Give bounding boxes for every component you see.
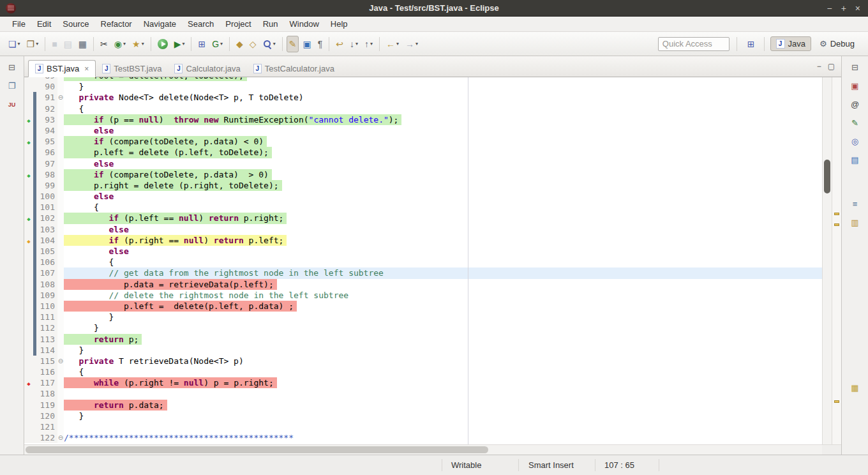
code-line-111[interactable]: 111 } [24, 312, 822, 322]
code-line-90[interactable]: 90 } [24, 81, 822, 92]
code-line-98[interactable]: ◆98 if (compare(toDelete, p.data) > 0) [24, 169, 822, 180]
close-button[interactable]: × [855, 1, 860, 16]
code-line-101[interactable]: 101 { [24, 202, 822, 213]
code-line-93[interactable]: ◆93 if (p == null) throw new RuntimeExce… [24, 114, 822, 125]
minimize-button[interactable]: − [827, 1, 832, 16]
java-perspective-button[interactable]: JJava [770, 36, 811, 51]
code-text[interactable]: else [64, 246, 822, 257]
console-view-icon[interactable]: ▤ [851, 155, 858, 165]
external-tools-button[interactable]: ◉▾ [112, 36, 128, 52]
coverage-marker-full-icon[interactable]: ◆ [27, 216, 30, 222]
run-button[interactable] [155, 36, 170, 52]
menu-help[interactable]: Help [325, 18, 354, 30]
menu-refactor[interactable]: Refactor [95, 18, 138, 30]
open-perspective-button[interactable]: ⊞ [745, 36, 758, 52]
code-text[interactable]: // get data from the rightmost node in t… [64, 268, 822, 278]
previous-annotation-button[interactable]: ↑▾ [362, 36, 375, 52]
code-text[interactable]: { [64, 103, 822, 114]
coverage-marker-partial-icon[interactable]: ◆ [27, 238, 30, 245]
code-line-104[interactable]: ◆104 if (p.right == null) return p.left; [24, 235, 822, 246]
code-text[interactable]: private Node<T> delete(Node<T> p, T toDe… [64, 92, 822, 103]
forward-button[interactable]: →▾ [403, 36, 421, 52]
debug-button[interactable]: ⊞ [195, 36, 208, 52]
coverage-marker-none-icon[interactable]: ◆ [27, 381, 30, 387]
tab-close-icon[interactable]: × [84, 64, 89, 73]
code-text[interactable]: if (compare(toDelete, p.data) > 0) [64, 169, 822, 180]
code-line-99[interactable]: 99 p.right = delete (p.right, toDelete); [24, 180, 822, 191]
code-line-102[interactable]: ◆102 if (p.left == null) return p.right; [24, 213, 822, 223]
code-line-108[interactable]: 108 p.data = retrieveData(p.left); [24, 279, 822, 290]
menu-navigate[interactable]: Navigate [138, 18, 182, 30]
code-text[interactable]: if (p == null) throw new RuntimeExceptio… [64, 114, 822, 125]
cut-button[interactable]: ✂ [98, 36, 110, 52]
tab-testcalculator-java[interactable]: JTestCalculator.java [247, 60, 341, 77]
horizontal-scrollbar-thumb[interactable] [26, 446, 488, 453]
quick-access-input[interactable] [658, 37, 730, 51]
next-annotation-button[interactable]: ↓▾ [347, 36, 361, 52]
fold-collapse-icon[interactable]: ⊖ [58, 358, 63, 365]
new-button[interactable]: ❏▾ [6, 36, 23, 52]
overview-mark[interactable] [834, 223, 839, 226]
code-text[interactable]: p.left = delete(p.left, p.data) ; [64, 301, 822, 312]
code-text[interactable]: return p.data; [64, 400, 822, 411]
maximize-editor-icon[interactable]: ▢ [828, 62, 835, 71]
code-text[interactable]: else [64, 125, 822, 136]
javadoc-view-icon[interactable]: @ [851, 100, 859, 110]
maximize-button[interactable]: + [841, 1, 846, 16]
code-text[interactable]: p.data = retrieveData(p.left); [64, 279, 822, 290]
code-text[interactable]: } [64, 322, 822, 333]
coverage-marker-full-icon[interactable]: ◆ [27, 117, 30, 124]
code-text[interactable]: } [64, 312, 822, 322]
menu-file[interactable]: File [6, 18, 31, 30]
code-viewport[interactable]: 89 root = delete(root, toDelete);90 }91⊖… [24, 77, 822, 444]
code-line-105[interactable]: 105 else [24, 246, 822, 257]
back-button[interactable]: ←▾ [384, 36, 401, 52]
package-explorer-view-icon[interactable]: ❐ [8, 81, 16, 91]
app-icon[interactable] [6, 3, 16, 13]
code-line-121[interactable]: 121 [24, 421, 822, 432]
restore-left-pane-icon[interactable]: ⊟ [8, 63, 15, 73]
code-text[interactable]: p.right = delete (p.right, toDelete); [64, 180, 822, 191]
open-resource-button[interactable]: ◇ [247, 36, 259, 52]
outline-view-icon[interactable]: ≡ [853, 199, 858, 209]
minimize-editor-icon[interactable]: − [817, 62, 821, 71]
code-text[interactable]: p.left = delete (p.left, toDelete); [64, 147, 822, 158]
code-line-91[interactable]: 91⊖ private Node<T> delete(Node<T> p, T … [24, 92, 822, 103]
code-text[interactable]: else [64, 191, 822, 202]
code-text[interactable]: else [64, 158, 822, 169]
code-text[interactable]: } [64, 81, 822, 92]
code-text[interactable] [64, 421, 822, 432]
coverage-marker-full-icon[interactable]: ◆ [27, 172, 30, 179]
code-line-114[interactable]: 114 } [24, 345, 822, 356]
code-text[interactable]: while (p.right != null) p = p.right; [64, 377, 822, 388]
fold-collapse-icon[interactable]: ⊖ [58, 434, 63, 441]
code-text[interactable]: } [64, 411, 822, 421]
junit-view-icon[interactable]: JU [8, 100, 16, 110]
run-history-button[interactable]: ▶▾ [172, 36, 188, 52]
search-button[interactable]: ▾ [260, 36, 278, 52]
code-line-115[interactable]: 115⊖ private T retrieveData(Node<T> p) [24, 356, 822, 366]
code-line-110[interactable]: 110 p.left = delete(p.left, p.data) ; [24, 301, 822, 312]
debug-perspective-button[interactable]: ⚙Debug [814, 36, 860, 51]
last-edit-location-button[interactable]: ↩ [333, 36, 346, 52]
code-line-119[interactable]: 119 return p.data; [24, 400, 822, 411]
code-line-92[interactable]: 92 { [24, 103, 822, 114]
coverage-view-icon[interactable]: ▦ [851, 383, 858, 393]
horizontal-scrollbar[interactable] [24, 445, 822, 455]
code-text[interactable]: { [64, 257, 822, 268]
code-text[interactable]: if (p.left == null) return p.right; [64, 213, 822, 223]
templates-view-icon[interactable]: ▥ [851, 218, 858, 228]
vertical-scrollbar[interactable] [822, 77, 832, 444]
problems-view-icon[interactable]: ▣ [851, 81, 858, 91]
code-line-94[interactable]: 94 else [24, 125, 822, 136]
code-line-116[interactable]: 116 { [24, 366, 822, 377]
code-line-107[interactable]: 107 // get data from the rightmost node … [24, 268, 822, 278]
overview-mark[interactable] [834, 400, 839, 403]
code-line-113[interactable]: 113 return p; [24, 334, 822, 345]
code-text[interactable] [64, 388, 822, 399]
code-line-95[interactable]: ◆95 if (compare(toDelete, p.data) < 0) [24, 136, 822, 147]
menu-window[interactable]: Window [284, 18, 325, 30]
coverage-marker-full-icon[interactable]: ◆ [27, 139, 30, 146]
overview-ruler[interactable] [832, 77, 841, 444]
code-text[interactable]: { [64, 366, 822, 377]
